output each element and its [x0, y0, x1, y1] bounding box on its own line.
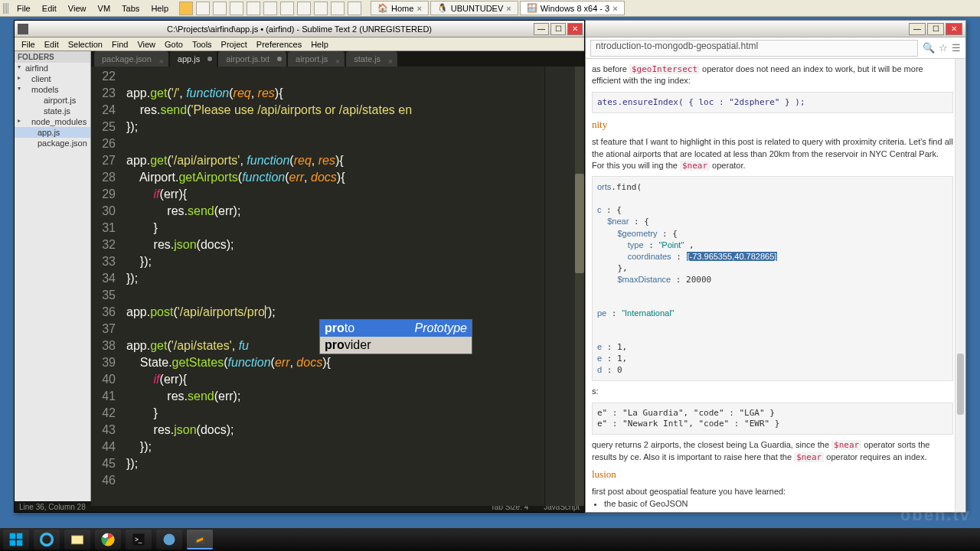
close-button[interactable]: ✕: [946, 23, 962, 35]
vm-tab-windows-label: Windows 8 x64 - 3: [541, 4, 609, 13]
sublime-menu: File Edit Selection Find View Goto Tools…: [15, 37, 584, 51]
vm-icon-5[interactable]: [263, 2, 277, 15]
menu-icon[interactable]: ☰: [952, 42, 961, 54]
scrollbar-vertical[interactable]: [575, 67, 584, 506]
vmware-toolbar-icons: [179, 2, 361, 15]
vm-menu-vm[interactable]: VM: [93, 4, 116, 13]
vm-menu-tabs[interactable]: Tabs: [117, 4, 144, 13]
close-button[interactable]: ✕: [567, 23, 583, 35]
start-button[interactable]: [3, 530, 29, 549]
svg-rect-0: [10, 533, 16, 540]
sublime-titlebar[interactable]: C:\Projects\airfind\app.js • (airfind) -…: [15, 21, 584, 37]
menu-help[interactable]: Help: [307, 40, 332, 49]
dirty-icon: [277, 57, 282, 61]
vm-menu-file[interactable]: File: [12, 4, 35, 13]
tab-app-js[interactable]: app.js: [170, 51, 217, 67]
sidebar-header: FOLDERS: [15, 51, 90, 63]
folder-airfind[interactable]: airfind: [15, 63, 90, 73]
vm-menu-edit[interactable]: Edit: [38, 4, 61, 13]
fullscreen-icon[interactable]: [314, 2, 328, 15]
sublime-app-icon: [18, 24, 28, 34]
minimap[interactable]: [544, 67, 575, 506]
file-airport-js[interactable]: airport.js: [15, 95, 90, 106]
code-area[interactable]: app.get('/', function(req, res){ res.sen…: [123, 67, 544, 506]
folder-node-modules[interactable]: node_modules: [15, 116, 90, 127]
vm-menu-help[interactable]: Help: [146, 4, 173, 13]
url-bar: ntroduction-to-mongodb-geospatial.html 🔍…: [586, 37, 965, 59]
menu-project[interactable]: Project: [217, 40, 251, 49]
taskbar-chrome[interactable]: [95, 530, 121, 549]
doc-text: first post about geospatial feature you …: [592, 486, 953, 497]
vm-menu-view[interactable]: View: [64, 4, 91, 13]
scrollbar-vertical[interactable]: [955, 59, 965, 512]
menu-preferences[interactable]: Preferences: [253, 40, 305, 49]
menu-file[interactable]: File: [18, 40, 39, 49]
vm-icon-6[interactable]: [280, 2, 294, 15]
menu-find[interactable]: Find: [108, 40, 132, 49]
vm-tab-windows[interactable]: 🪟 Windows 8 x64 - 3 ×: [520, 1, 625, 15]
vm-icon-3[interactable]: [230, 2, 243, 15]
vm-icon-7[interactable]: [297, 2, 311, 15]
scrollbar-thumb[interactable]: [575, 174, 584, 273]
taskbar-explorer[interactable]: [64, 530, 90, 549]
minimize-button[interactable]: —: [909, 23, 926, 35]
file-package-json[interactable]: package.json: [15, 138, 90, 148]
browser-titlebar[interactable]: — ☐ ✕: [586, 21, 965, 37]
inline-code: $near: [680, 161, 710, 171]
taskbar-app[interactable]: [156, 530, 182, 549]
sidebar: FOLDERS airfind client models airport.js…: [15, 51, 91, 501]
file-app-js[interactable]: app.js: [15, 127, 90, 138]
maximize-button[interactable]: ☐: [927, 23, 944, 35]
menu-selection[interactable]: Selection: [64, 40, 106, 49]
menu-edit[interactable]: Edit: [41, 40, 63, 49]
autocomplete-item-provider[interactable]: provider: [320, 337, 472, 354]
close-icon[interactable]: ×: [506, 4, 511, 13]
menu-goto[interactable]: Goto: [161, 40, 187, 49]
folder-models[interactable]: models: [15, 84, 90, 95]
close-icon[interactable]: ×: [416, 4, 421, 13]
vm-icon-1[interactable]: [196, 2, 210, 15]
tab-label: app.js: [178, 54, 200, 64]
tab-package-json[interactable]: package.json×: [94, 51, 168, 67]
menu-view[interactable]: View: [133, 40, 159, 49]
minimize-button[interactable]: —: [534, 23, 549, 35]
scrollbar-thumb[interactable]: [957, 354, 964, 415]
vm-icon-2[interactable]: [213, 2, 227, 15]
file-state-js[interactable]: state.js: [15, 106, 90, 116]
close-icon[interactable]: ×: [612, 4, 617, 13]
tab-label: package.json: [102, 54, 152, 64]
vmware-menu: File Edit View VM Tabs Help: [12, 4, 173, 13]
watermark: oben.tv: [900, 505, 971, 525]
taskbar-cmd[interactable]: >_: [126, 530, 152, 549]
unity-icon[interactable]: [331, 2, 345, 15]
autocomplete-hint: Prototype: [415, 320, 467, 337]
vm-icon-10[interactable]: [348, 2, 361, 15]
vm-tab-ubuntu-label: UBUNTUDEV: [451, 4, 503, 13]
vm-tab-ubuntu[interactable]: 🐧 UBUNTUDEV ×: [430, 1, 518, 15]
code-block: ates.ensureIndex( { loc : "2dsphere" } )…: [592, 92, 953, 113]
tab-airport-js[interactable]: airport.js×: [288, 51, 345, 67]
heading-proximity: nity: [592, 118, 953, 132]
sublime-title-text: C:\Projects\airfind\app.js • (airfind) -…: [167, 24, 432, 34]
editor[interactable]: 22 23 24 25 26 27 28 29 30 31 32 33 34 3…: [91, 67, 584, 506]
search-icon[interactable]: 🔍: [923, 42, 935, 54]
tab-state-js[interactable]: state.js×: [346, 51, 397, 67]
folder-client[interactable]: client: [15, 73, 90, 84]
url-field[interactable]: ntroduction-to-mongodb-geospatial.html: [590, 40, 918, 57]
star-icon[interactable]: ☆: [939, 42, 948, 54]
taskbar-sublime[interactable]: [187, 530, 213, 549]
svg-rect-2: [10, 540, 16, 546]
taskbar-ie[interactable]: [34, 530, 60, 549]
vm-tab-home[interactable]: 🏠 Home ×: [371, 1, 429, 15]
tab-airport-js-txt[interactable]: airport.js.txt: [218, 51, 286, 67]
maximize-button[interactable]: ☐: [550, 23, 566, 35]
tab-label: airport.js.txt: [226, 54, 270, 64]
menu-tools[interactable]: Tools: [188, 40, 216, 49]
pause-icon[interactable]: [179, 2, 193, 15]
snapshot-icon[interactable]: [247, 2, 260, 15]
autocomplete-item-proto[interactable]: protoPrototype: [320, 320, 472, 337]
tab-label: airport.js: [296, 54, 328, 64]
vmware-toolbar: File Edit View VM Tabs Help 🏠 Home × 🐧 U…: [0, 0, 980, 17]
tab-bar: package.json× app.js airport.js.txt airp…: [91, 51, 584, 67]
page-content: as before $geoIntersect operator does no…: [586, 59, 965, 512]
